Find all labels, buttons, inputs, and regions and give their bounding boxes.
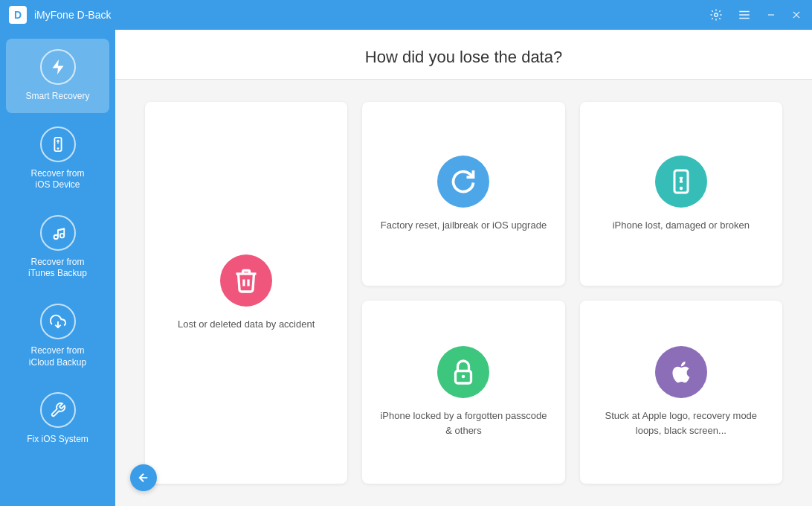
wrench-icon	[40, 392, 76, 428]
svg-point-0	[715, 13, 718, 17]
settings-button[interactable]	[708, 7, 724, 23]
cloud-download-icon	[40, 304, 76, 339]
sidebar-item-fix-ios[interactable]: Fix iOS System	[6, 382, 109, 456]
sidebar-label-fix-ios: Fix iOS System	[27, 434, 88, 446]
card-stuck-apple[interactable]: Stuck at Apple logo, recovery mode loops…	[580, 301, 782, 484]
apple-icon-circle	[655, 346, 707, 398]
cards-grid: Lost or deleted data by accident Factory…	[115, 80, 812, 506]
main-question: How did you lose the data?	[115, 48, 812, 67]
sidebar-label-recover-icloud: Recover fromiCloud Backup	[29, 345, 86, 368]
sidebar-label-recover-itunes: Recover fromiTunes Backup	[28, 257, 87, 280]
window-controls	[708, 7, 803, 23]
phone-broken-icon-circle	[655, 156, 707, 208]
sidebar: Smart Recovery Recover fromiOS Device	[0, 30, 115, 506]
card-label-lost-deleted: Lost or deleted data by accident	[178, 317, 315, 332]
card-label-iphone-lost: iPhone lost, damaged or broken	[613, 218, 750, 233]
app-logo: D	[9, 6, 27, 24]
card-label-iphone-locked: iPhone locked by a forgotten passcode & …	[377, 409, 550, 438]
main-layout: Smart Recovery Recover fromiOS Device	[0, 30, 812, 506]
sidebar-label-smart-recovery: Smart Recovery	[25, 91, 89, 103]
card-label-stuck-apple: Stuck at Apple logo, recovery mode loops…	[595, 409, 767, 438]
card-iphone-locked[interactable]: iPhone locked by a forgotten passcode & …	[362, 301, 564, 484]
card-factory-reset[interactable]: Factory reset, jailbreak or iOS upgrade	[362, 102, 564, 286]
menu-button[interactable]	[736, 7, 753, 23]
svg-line-12	[58, 228, 64, 230]
lightning-icon	[40, 49, 76, 85]
content-header: How did you lose the data?	[115, 30, 812, 80]
sidebar-item-recover-icloud[interactable]: Recover fromiCloud Backup	[6, 293, 109, 379]
close-button[interactable]	[790, 8, 803, 22]
content-area: How did you lose the data? Lost or delet…	[115, 30, 812, 506]
sidebar-item-smart-recovery[interactable]: Smart Recovery	[6, 39, 109, 113]
phone-icon	[40, 126, 76, 162]
lock-icon-circle	[437, 346, 489, 398]
title-bar: D iMyFone D-Back	[0, 0, 812, 30]
card-lost-deleted[interactable]: Lost or deleted data by accident	[145, 102, 347, 484]
music-icon	[40, 215, 76, 251]
sidebar-label-recover-ios: Recover fromiOS Device	[30, 168, 84, 191]
minimize-button[interactable]	[764, 8, 778, 22]
refresh-icon-circle	[437, 156, 489, 208]
back-button[interactable]	[130, 464, 157, 491]
sidebar-item-recover-itunes[interactable]: Recover fromiTunes Backup	[6, 205, 109, 290]
sidebar-item-recover-ios[interactable]: Recover fromiOS Device	[6, 116, 109, 202]
card-iphone-lost[interactable]: iPhone lost, damaged or broken	[580, 102, 782, 286]
svg-point-19	[462, 375, 465, 379]
app-title: iMyFone D-Back	[34, 9, 708, 21]
card-label-factory-reset: Factory reset, jailbreak or iOS upgrade	[381, 218, 547, 233]
trash-icon-circle	[220, 254, 272, 307]
